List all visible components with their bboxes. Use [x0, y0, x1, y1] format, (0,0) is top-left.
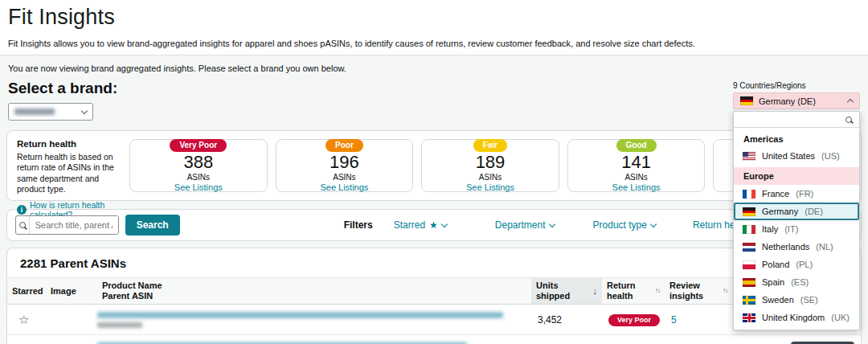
return-health-card-very-poor: Very Poor 388 ASINs See Listings: [129, 139, 268, 192]
country-name: Poland: [762, 260, 789, 269]
status-badge: Very Poor: [608, 314, 660, 326]
selected-country: Germany (DE): [759, 96, 816, 106]
country-item-us[interactable]: United States (US): [734, 147, 859, 165]
column-image: Image: [46, 284, 97, 299]
country-item-pl[interactable]: Poland (PL): [734, 256, 859, 273]
review-insights-value[interactable]: 5: [665, 314, 732, 326]
return-health-description: Return health is based on return rate of…: [17, 152, 121, 195]
column-parent-asin-line2: Parent ASIN: [102, 291, 153, 301]
country-code: (NL): [816, 242, 833, 252]
country-code: (UK): [831, 313, 850, 322]
country-search[interactable]: [734, 112, 859, 128]
country-item-it[interactable]: Italy (IT): [734, 220, 859, 238]
filter-department[interactable]: Department: [495, 219, 555, 231]
country-item-uk[interactable]: United Kingdom (UK): [734, 309, 859, 326]
column-review-insights[interactable]: Review insights ↑↓: [665, 278, 732, 304]
country-code: (FR): [796, 189, 813, 199]
country-item-se[interactable]: Sweden (SE): [734, 291, 859, 309]
column-return-health[interactable]: Return health ↑↓: [602, 278, 665, 304]
filter-product-type[interactable]: Product type: [593, 219, 656, 231]
status-badge: Fair: [473, 139, 507, 152]
star-outline-icon[interactable]: [18, 315, 29, 326]
column-product-name: Product Name Parent ASIN: [97, 278, 531, 304]
country-item-nl[interactable]: Netherlands (NL): [734, 238, 859, 256]
chevron-down-icon: [548, 220, 555, 227]
product-name-cell[interactable]: [97, 312, 531, 328]
search-input[interactable]: [30, 216, 118, 234]
status-badge: Poor: [326, 139, 363, 152]
page-description: Fit Insights allows you to view brand-ag…: [8, 39, 860, 48]
country-dropdown-panel: Americas United States (US) Europe Franc…: [733, 111, 860, 330]
return-health-card-poor: Poor 196 ASINs See Listings: [276, 139, 414, 192]
country-name: United States: [762, 151, 815, 161]
country-code: (DE): [805, 207, 823, 216]
flag-germany-icon: [740, 96, 753, 105]
status-badge: Very Poor: [170, 139, 227, 152]
country-code: (US): [821, 151, 840, 161]
country-item-fr[interactable]: France (FR): [734, 185, 859, 203]
parent-asin-redacted: [97, 322, 142, 328]
asin-count: 141: [621, 153, 651, 172]
return-health-card-fair: Fair 189 ASINs See Listings: [421, 139, 559, 192]
country-code: (SE): [800, 295, 818, 305]
country-code: (IT): [784, 224, 798, 234]
group-europe: Europe: [734, 167, 859, 185]
return-health-title: Return health: [17, 139, 121, 149]
see-listings-link[interactable]: See Listings: [320, 182, 368, 192]
return-health-card-good: Good 141 ASINs See Listings: [567, 139, 706, 192]
country-name: Sweden: [762, 295, 794, 305]
flag-united-kingdom-icon: [743, 313, 755, 322]
chevron-down-icon: [441, 220, 448, 227]
chevron-up-icon: [847, 99, 854, 105]
country-code: (PL): [796, 260, 813, 269]
product-title-redacted: [97, 312, 503, 318]
return-health-cell: Very Poor: [602, 313, 665, 326]
chevron-down-icon: [81, 107, 88, 113]
star-toggle: [7, 313, 46, 327]
search-button[interactable]: Search: [125, 215, 180, 235]
flag-netherlands-icon: [743, 243, 755, 252]
country-name: Germany: [762, 207, 798, 216]
brand-name-redacted: [14, 109, 55, 115]
status-badge: Good: [616, 139, 657, 152]
group-americas: Americas: [734, 128, 859, 147]
page-header: Fit Insights Fit Insights allows you to …: [0, 0, 868, 55]
flag-italy-icon: [743, 225, 755, 234]
country-item-de[interactable]: Germany (DE): [734, 203, 859, 220]
column-product-name-line1: Product Name: [102, 281, 162, 290]
brand-select-dropdown[interactable]: [8, 103, 93, 121]
country-selector-control[interactable]: Germany (DE): [733, 92, 860, 109]
flag-spain-icon: [743, 278, 755, 287]
country-name: United Kingdom: [762, 313, 825, 322]
product-image-cell: [46, 314, 97, 326]
country-item-es[interactable]: Spain (ES): [734, 273, 859, 291]
filter-starred[interactable]: Starred: [394, 219, 447, 231]
asin-unit-label: ASINs: [624, 173, 647, 182]
asin-unit-label: ASINs: [479, 173, 502, 182]
sort-descending-icon: ↓: [593, 286, 598, 297]
selected-country-code: (DE): [797, 96, 816, 106]
search-group: [15, 215, 119, 235]
country-name: Netherlands: [762, 242, 809, 252]
column-return-health-label: Return health: [607, 281, 651, 301]
column-units-shipped[interactable]: Units shipped ↓: [531, 278, 602, 304]
column-starred: Starred: [7, 284, 46, 299]
flag-united-states-icon: [743, 152, 755, 161]
column-units-shipped-label: Units shipped: [536, 281, 589, 301]
see-listings-link[interactable]: See Listings: [612, 182, 661, 192]
sort-toggle-icon: ↑↓: [655, 287, 660, 295]
country-code: (ES): [791, 277, 809, 287]
table-row: 1,670 Poor 1 1 See details: [7, 335, 861, 344]
star-icon: [429, 219, 438, 231]
see-listings-link[interactable]: See Listings: [466, 182, 514, 192]
flag-poland-icon: [743, 260, 755, 269]
asin-unit-label: ASINs: [333, 173, 355, 182]
flag-germany-icon: [743, 207, 755, 216]
flag-sweden-icon: [743, 296, 755, 305]
country-selector: 9 Countries/Regions Germany (DE) America…: [733, 81, 860, 330]
asin-count: 189: [476, 153, 506, 172]
chevron-down-icon: [650, 220, 657, 227]
see-listings-link[interactable]: See Listings: [174, 182, 223, 192]
country-name: France: [762, 189, 789, 199]
filter-department-label: Department: [495, 219, 546, 231]
